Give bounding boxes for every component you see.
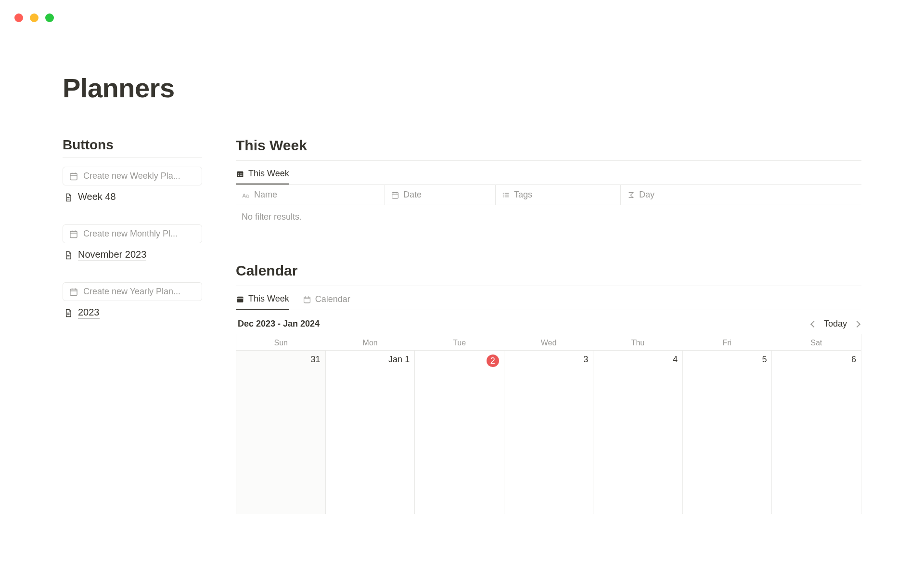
calendar-next-icon[interactable] <box>854 320 860 327</box>
column-label: Name <box>254 190 277 200</box>
close-window-dot[interactable] <box>14 13 23 22</box>
today-button[interactable]: Today <box>824 319 847 329</box>
calendar-block: Calendar This Week Calendar Dec 2023 - J… <box>236 263 861 514</box>
calendar-week-icon <box>236 170 244 178</box>
calendar-tab-thisweek[interactable]: This Week <box>236 294 289 310</box>
column-date[interactable]: Date <box>385 185 496 205</box>
weekday-label: Fri <box>682 334 771 350</box>
create-weekly-planner-button[interactable]: Create new Weekly Pla... <box>63 167 202 185</box>
page-icon <box>64 308 73 318</box>
tab-label: This Week <box>248 294 289 304</box>
calendar-fill-icon <box>236 295 244 303</box>
column-label: Tags <box>514 190 532 200</box>
button-label: Create new Weekly Pla... <box>83 171 180 181</box>
calendar-day-cell[interactable]: 2 <box>415 350 504 514</box>
calendar-day-cell[interactable]: 4 <box>593 350 683 514</box>
calendar-prev-icon[interactable] <box>810 320 817 327</box>
day-number: 6 <box>845 355 856 365</box>
link-label: November 2023 <box>78 249 146 261</box>
calendar-day-cell[interactable]: 6 <box>772 350 861 514</box>
text-icon <box>242 191 250 199</box>
this-week-tab[interactable]: This Week <box>236 169 289 184</box>
page-icon <box>64 250 73 260</box>
weekday-label: Thu <box>593 334 682 350</box>
sigma-icon <box>627 191 635 199</box>
column-label: Day <box>639 190 654 200</box>
minimize-window-dot[interactable] <box>30 13 38 22</box>
buttons-column: Buttons Create new Weekly Pla... Week 48… <box>63 137 202 514</box>
empty-results-text: No filter results. <box>236 205 861 229</box>
calendar-icon <box>69 287 78 297</box>
buttons-heading: Buttons <box>63 137 202 158</box>
calendar-day-cell[interactable]: 5 <box>683 350 772 514</box>
weekday-label: Tue <box>415 334 504 350</box>
weekday-label: Sat <box>772 334 861 350</box>
tab-label: Calendar <box>315 294 350 304</box>
create-monthly-planner-button[interactable]: Create new Monthly Pl... <box>63 224 202 243</box>
year-2023-link[interactable]: 2023 <box>63 305 202 321</box>
page-title: Planners <box>63 72 861 104</box>
calendar-tab-calendar[interactable]: Calendar <box>303 294 350 310</box>
page-icon <box>64 193 73 202</box>
calendar-day-cell[interactable]: Jan 1 <box>326 350 415 514</box>
link-label: 2023 <box>78 307 100 319</box>
list-icon <box>501 191 510 199</box>
day-number: Jan 1 <box>388 355 410 365</box>
calendar-heading: Calendar <box>236 263 861 286</box>
calendar-weekday-row: Sun Mon Tue Wed Thu Fri Sat <box>236 334 861 350</box>
this-week-block: This Week This Week Name Date <box>236 137 861 229</box>
weekday-label: Mon <box>325 334 414 350</box>
fullscreen-window-dot[interactable] <box>45 13 54 22</box>
link-label: Week 48 <box>78 191 116 203</box>
tab-label: This Week <box>248 169 289 179</box>
calendar-day-row: 31Jan 123456 <box>236 350 861 514</box>
calendar-icon <box>69 229 78 239</box>
column-tags[interactable]: Tags <box>496 185 621 205</box>
weekday-label: Wed <box>504 334 593 350</box>
week-48-link[interactable]: Week 48 <box>63 189 202 205</box>
column-day[interactable]: Day <box>621 185 861 205</box>
day-number: 3 <box>577 355 588 365</box>
table-header-row: Name Date Tags Day <box>236 184 861 205</box>
calendar-range-label: Dec 2023 - Jan 2024 <box>238 319 320 329</box>
create-yearly-planner-button[interactable]: Create new Yearly Plan... <box>63 282 202 301</box>
this-week-heading: This Week <box>236 137 861 161</box>
button-label: Create new Monthly Pl... <box>83 229 178 239</box>
button-label: Create new Yearly Plan... <box>83 287 180 297</box>
window-traffic-lights <box>14 13 54 22</box>
day-number: 2 <box>487 355 499 367</box>
calendar-icon <box>391 191 399 199</box>
weekday-label: Sun <box>236 334 325 350</box>
day-number: 31 <box>309 355 321 365</box>
november-2023-link[interactable]: November 2023 <box>63 247 202 263</box>
column-name[interactable]: Name <box>236 185 385 205</box>
day-number: 5 <box>755 355 767 365</box>
calendar-icon <box>69 171 78 181</box>
calendar-day-cell[interactable]: 3 <box>504 350 594 514</box>
calendar-icon <box>303 295 311 304</box>
calendar-day-cell[interactable]: 31 <box>236 350 326 514</box>
column-label: Date <box>403 190 422 200</box>
day-number: 4 <box>666 355 678 365</box>
